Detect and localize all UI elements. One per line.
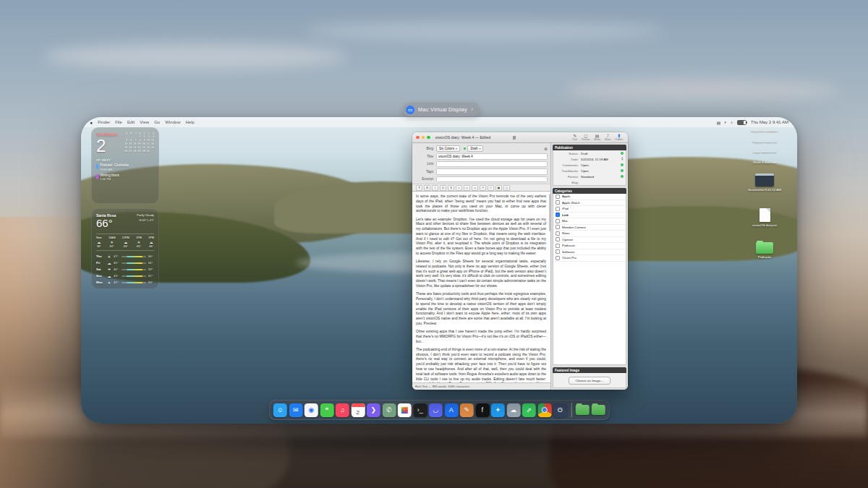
desktop-item[interactable]: visionOS diary.txt <box>752 208 777 228</box>
dock-icon-safari[interactable]: ◉ <box>305 403 318 417</box>
editor-scrollbar[interactable] <box>549 194 550 231</box>
title-field[interactable]: visionOS diary: Week 4 <box>436 153 548 160</box>
menu-item-go[interactable]: Go <box>154 120 160 124</box>
dock-icon-terminal[interactable]: ›_ <box>413 403 427 417</box>
category-row[interactable]: Member Content <box>553 225 626 231</box>
dock-icon-finder[interactable]: ☺ <box>273 403 287 417</box>
dock-icon-music[interactable]: ♫ <box>336 403 349 417</box>
toggle-on-icon[interactable]: ✓ <box>621 169 624 173</box>
category-checkbox[interactable] <box>556 237 560 241</box>
dock-icon-image-editor[interactable]: ✎ <box>460 403 474 417</box>
editor-body[interactable]: In some ways, the current state of the V… <box>412 192 550 382</box>
format-button[interactable]: S <box>448 185 454 191</box>
category-checkbox[interactable] <box>556 256 560 260</box>
category-row[interactable]: ✓Link <box>553 213 626 219</box>
document-icon[interactable] <box>760 208 770 222</box>
menu-item-help[interactable]: Help <box>186 120 195 124</box>
chevron-right-icon[interactable]: › <box>471 106 473 113</box>
format-button[interactable]: ∿ <box>456 185 462 191</box>
dock-icon-facetime[interactable]: ✆ <box>382 403 396 417</box>
dock-icon-messages[interactable]: ❝ <box>320 403 333 417</box>
status-icon[interactable]: ◐ <box>724 120 727 125</box>
format-button[interactable]: B <box>424 185 430 191</box>
desktop-item[interactable]: Podcasts <box>756 240 773 260</box>
menu-item-edit[interactable]: Edit <box>127 120 135 124</box>
format-button[interactable]: ▣ <box>495 185 502 191</box>
publication-row[interactable]: Date:5/2/2024, 11:19 AM▲▼ <box>553 156 626 162</box>
format-button[interactable]: U <box>440 185 446 191</box>
format-button[interactable]: I <box>432 185 438 191</box>
blog-popup[interactable]: Six Colors▾ <box>436 145 460 152</box>
category-checkbox[interactable] <box>556 231 560 236</box>
dock-projects-folder[interactable] <box>591 405 605 415</box>
publication-row[interactable]: Comments:Open✓ <box>553 162 626 168</box>
category-row[interactable]: Vision Pro <box>553 255 626 262</box>
close-button[interactable] <box>416 136 420 140</box>
excerpt-field[interactable] <box>436 176 548 183</box>
category-row[interactable]: Apple Watch <box>553 200 626 207</box>
calendar-event[interactable]: Writing block1:00 PM <box>96 174 154 181</box>
toggle-on-icon[interactable]: ✓ <box>621 152 624 155</box>
dock-icon-audio-hijack[interactable]: f <box>475 403 489 417</box>
category-checkbox[interactable] <box>556 194 560 199</box>
publication-row[interactable]: Status:Draft✓ <box>553 150 626 156</box>
toolbar-media-button[interactable]: ▤Media <box>594 134 600 141</box>
format-button[interactable]: ¶ <box>416 185 422 191</box>
dock-icon-chrome[interactable] <box>537 403 551 417</box>
choose-image-button[interactable]: Choose an Image… <box>569 377 610 385</box>
folder-icon[interactable] <box>756 242 773 254</box>
format-button[interactable]: ‹› <box>488 185 494 191</box>
desktop-item[interactable]: Expenses.numbers <box>751 129 778 133</box>
desktop-item[interactable]: Screenshot 9.41.12 AM <box>748 174 781 192</box>
status-icon[interactable]: ♪ <box>731 120 733 125</box>
desktop-item[interactable]: Podcast notes.txt <box>752 140 777 144</box>
category-row[interactable]: Software <box>553 249 626 256</box>
category-row[interactable]: Apple <box>553 194 626 200</box>
screenshot-thumbnail[interactable] <box>755 174 774 187</box>
toolbar-post-button[interactable]: ✎Post <box>573 134 577 141</box>
menu-item-file[interactable]: File <box>115 120 122 124</box>
category-checkbox[interactable] <box>556 219 560 223</box>
toolbar-publish-button[interactable]: ⬆Publish <box>616 134 623 141</box>
toolbar-preview-button[interactable]: ◻Preview <box>582 134 590 141</box>
publication-row[interactable]: Format:Standard✓ <box>553 174 626 179</box>
dock-icon-discord[interactable]: ◡ <box>429 403 443 417</box>
toggle-on-icon[interactable]: ✓ <box>621 175 624 179</box>
category-row[interactable]: Podcasts <box>553 243 626 249</box>
mac-virtual-display-screen[interactable]: ● FinderFileEditViewGoWindowHelp ▤◐♪ Thu… <box>81 117 797 424</box>
category-row[interactable]: Mac <box>553 218 626 225</box>
tags-field[interactable] <box>436 168 548 175</box>
status-icon[interactable]: ▤ <box>717 120 721 125</box>
toolbar-share-button[interactable]: ⤴Share <box>605 134 611 141</box>
dock-icon-cloud-app[interactable]: ☁ <box>506 403 520 417</box>
category-checkbox[interactable] <box>556 244 560 248</box>
add-icon[interactable]: ⊕ <box>544 147 548 151</box>
dock-icon-ivory[interactable]: ❯ <box>367 403 380 417</box>
format-button[interactable]: ≔ <box>464 185 470 191</box>
date-stepper[interactable]: ▲▼ <box>621 157 624 161</box>
window-titlebar[interactable]: visionOS diary: Week 4 — Edited ✎Post◻Pr… <box>412 132 628 143</box>
format-button[interactable]: ≕ <box>472 185 478 191</box>
publication-row[interactable]: Slug: <box>553 179 626 185</box>
weather-widget[interactable]: Santa Rosa 66° Partly Cloudy H:69° L:47°… <box>91 208 159 289</box>
apple-menu-icon[interactable]: ● <box>90 120 93 125</box>
dock-icon-twitter-client[interactable]: ✦ <box>491 403 505 417</box>
desktop-item[interactable]: Logic bounce.aif <box>753 150 776 154</box>
dock-icon-app-store[interactable]: A <box>444 403 458 417</box>
category-checkbox[interactable] <box>556 200 560 205</box>
dock-icon-mail[interactable]: ✉ <box>289 403 302 417</box>
dock-downloads-folder[interactable] <box>576 405 590 415</box>
menu-item-view[interactable]: View <box>140 120 149 124</box>
dock-icon-preview-app[interactable]: ʘ <box>553 403 567 417</box>
category-checkbox[interactable]: ✓ <box>556 213 560 217</box>
toggle-on-icon[interactable]: ✓ <box>621 163 624 167</box>
category-checkbox[interactable] <box>556 225 560 229</box>
document-proxy-icon[interactable] <box>513 136 516 140</box>
link-field[interactable] <box>436 161 548 168</box>
menu-clock[interactable]: Thu May 2 9:41 AM <box>751 120 788 124</box>
category-row[interactable]: News <box>553 231 626 237</box>
calendar-widget[interactable]: THURSDAY 2 S M T W T F S 1 2 3 4 5 6 7 8… <box>91 127 159 204</box>
category-row[interactable]: iPad <box>553 206 626 213</box>
menu-item-finder[interactable]: Finder <box>98 120 110 124</box>
format-button[interactable]: ◻ <box>503 185 510 191</box>
